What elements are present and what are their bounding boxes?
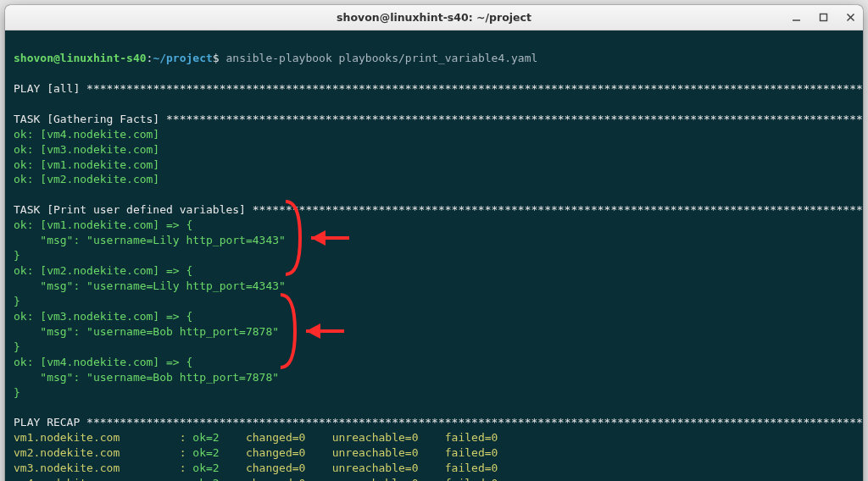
minimize-button[interactable]	[788, 10, 804, 25]
task-print-label: TASK [Print user defined variables]	[14, 203, 246, 216]
recap-changed: changed=0	[246, 431, 305, 444]
recap-host: vm2.nodekite.com	[14, 446, 120, 459]
recap-row: vm2.nodekite.com : ok=2 changed=0 unreac…	[14, 446, 498, 459]
recap-unreachable: unreachable=0	[332, 446, 419, 459]
print-result-close: }	[14, 295, 20, 307]
recap-failed: failed=0	[445, 477, 498, 481]
prompt-path: ~/project	[153, 52, 212, 64]
maximize-icon	[819, 13, 828, 22]
window-title: shovon@linuxhint-s40: ~/project	[5, 11, 863, 24]
play-header: PLAY [all] *****************************…	[14, 82, 863, 95]
recap-ok: ok=2	[192, 462, 219, 474]
recap-changed: changed=0	[246, 477, 305, 481]
gather-result: ok: [vm3.nodekite.com]	[14, 143, 159, 156]
recap-host: vm4.nodekite.com	[14, 477, 120, 481]
prompt-dollar: $	[213, 52, 220, 64]
gather-result: ok: [vm1.nodekite.com]	[14, 158, 159, 171]
print-result-close: }	[14, 386, 20, 399]
command-text: ansible-playbook playbooks/print_variabl…	[220, 52, 538, 64]
task-gather-stars: ****************************************…	[166, 113, 863, 125]
print-result-msg: "msg": "username=Lily http_port=4343"	[14, 234, 286, 246]
recap-header: PLAY RECAP *****************************…	[14, 416, 863, 428]
prompt-user: shovon@linuxhint-s40	[14, 52, 147, 64]
svg-marker-7	[306, 323, 320, 339]
gather-result: ok: [vm4.nodekite.com]	[14, 128, 159, 141]
svg-rect-1	[820, 14, 826, 21]
titlebar: shovon@linuxhint-s40: ~/project	[5, 5, 863, 30]
print-result-msg: "msg": "username=Lily http_port=4343"	[14, 279, 286, 292]
command: ansible-playbook playbooks/print_variabl…	[225, 52, 537, 64]
task-gather-header: TASK [Gathering Facts] *****************…	[14, 113, 863, 125]
play-label: PLAY [all]	[14, 82, 80, 95]
window-controls	[788, 10, 858, 25]
recap-host: vm3.nodekite.com	[14, 462, 120, 474]
recap-host: vm1.nodekite.com	[14, 431, 120, 444]
terminal-body[interactable]: shovon@linuxhint-s40:~/project$ ansible-…	[5, 30, 863, 481]
print-result-head: ok: [vm4.nodekite.com] => {	[14, 356, 192, 368]
recap-row: vm1.nodekite.com : ok=2 changed=0 unreac…	[14, 431, 498, 444]
print-result-head: ok: [vm3.nodekite.com] => {	[14, 310, 192, 323]
task-print-header: TASK [Print user defined variables] ****…	[14, 203, 863, 216]
recap-changed: changed=0	[246, 462, 305, 474]
recap-label: PLAY RECAP	[14, 416, 80, 428]
print-result-head: ok: [vm1.nodekite.com] => {	[14, 218, 192, 231]
recap-failed: failed=0	[445, 431, 498, 444]
print-result-close: }	[14, 340, 20, 353]
play-stars: ****************************************…	[86, 82, 863, 95]
recap-ok: ok=2	[192, 446, 219, 459]
recap-row: vm4.nodekite.com : ok=2 changed=0 unreac…	[14, 477, 498, 481]
recap-unreachable: unreachable=0	[332, 462, 419, 474]
recap-ok: ok=2	[192, 477, 219, 481]
terminal-window: shovon@linuxhint-s40: ~/project shovon@l…	[5, 5, 863, 481]
recap-failed: failed=0	[445, 462, 498, 474]
recap-unreachable: unreachable=0	[332, 431, 419, 444]
print-result-head: ok: [vm2.nodekite.com] => {	[14, 264, 192, 277]
gather-result: ok: [vm2.nodekite.com]	[14, 173, 159, 185]
recap-pad: :	[120, 431, 192, 444]
maximize-button[interactable]	[815, 10, 831, 25]
close-icon	[846, 13, 855, 22]
print-result-close: }	[14, 249, 20, 262]
recap-failed: failed=0	[445, 446, 498, 459]
close-button[interactable]	[843, 10, 858, 25]
recap-unreachable: unreachable=0	[332, 477, 419, 481]
recap-row: vm3.nodekite.com : ok=2 changed=0 unreac…	[14, 462, 498, 474]
print-result-msg: "msg": "username=Bob http_port=7878"	[14, 325, 279, 338]
print-result-msg: "msg": "username=Bob http_port=7878"	[14, 371, 279, 384]
annotation-bracket-bottom	[276, 293, 361, 378]
svg-marker-5	[311, 230, 326, 246]
recap-stars: ****************************************…	[86, 416, 863, 428]
recap-ok: ok=2	[192, 431, 219, 444]
recap-changed: changed=0	[246, 446, 305, 459]
minimize-icon	[792, 13, 801, 22]
task-gather-label: TASK [Gathering Facts]	[14, 113, 159, 125]
task-print-stars: ****************************************…	[253, 203, 863, 216]
